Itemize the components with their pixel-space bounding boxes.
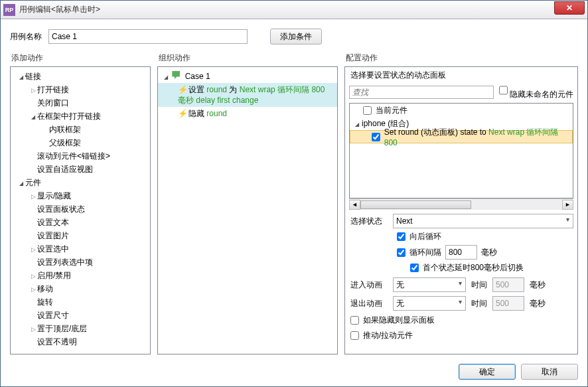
tree-item[interactable]: 显示/隐藏 (11, 189, 150, 202)
tree-item-label: 打开链接 (37, 84, 69, 96)
chevron-down-icon[interactable] (29, 113, 37, 120)
tree-item[interactable]: 启用/禁用 (11, 269, 150, 282)
tree-item[interactable]: 置于顶层/底层 (11, 322, 150, 335)
organize-actions-column: 组织动作 Case 1 ⚡设置 round 为 Next wrap 循环间隔 8… (157, 52, 338, 354)
hide-unnamed-checkbox-label[interactable]: 隐藏未命名的元件 (499, 84, 573, 100)
close-icon: ✕ (566, 3, 573, 13)
tree-item[interactable]: 关闭窗口 (11, 96, 150, 110)
action-row[interactable]: ⚡设置 round 为 Next wrap 循环间隔 800 毫秒 delay … (158, 83, 337, 107)
chevron-right-icon[interactable] (29, 193, 37, 200)
tree-item-label: 显示/隐藏 (37, 191, 71, 202)
tree-item-label: 设置面板状态 (37, 204, 85, 215)
close-button[interactable]: ✕ (554, 1, 585, 15)
tree-item[interactable]: 设置图片 (11, 229, 150, 242)
anim-out-time-input (492, 296, 524, 311)
tree-item[interactable]: 设置不透明 (11, 335, 150, 348)
tree-item[interactable]: 旋转 (11, 295, 150, 309)
dialog-body: 用例名称 添加条件 添加动作 链接打开链接关闭窗口在框架中打开链接内联框架父级框… (1, 19, 587, 358)
loop-interval-input[interactable] (445, 245, 477, 260)
tree-item-label: 链接 (25, 71, 41, 82)
tree-item-label: 父级框架 (49, 137, 81, 149)
add-condition-button[interactable]: 添加条件 (270, 29, 322, 44)
tree-item[interactable]: 滚动到元件<锚链接> (11, 149, 150, 163)
panel-item-row[interactable]: Set round (动态面板) state to Next wrap 循环间隔… (350, 130, 573, 143)
tree-item-label: 置于顶层/底层 (37, 323, 87, 335)
tree-item-label: 设置选中 (37, 244, 69, 255)
current-widget-checkbox[interactable] (363, 106, 372, 115)
wrap-checkbox[interactable] (397, 232, 405, 241)
add-actions-tree[interactable]: 链接打开链接关闭窗口在框架中打开链接内联框架父级框架滚动到元件<锚链接>设置自适… (10, 66, 151, 354)
tree-item-label: 移动 (37, 283, 53, 295)
chevron-down-icon[interactable] (17, 73, 25, 80)
anim-in-label: 进入动画 (350, 279, 388, 291)
action-row[interactable]: ⚡隐藏 round (158, 107, 337, 120)
tree-item[interactable]: 在框架中打开链接 (11, 110, 150, 123)
scroll-thumb[interactable] (360, 200, 471, 209)
action-text: 隐藏 round (188, 109, 227, 118)
tree-item[interactable]: 移动 (11, 282, 150, 295)
chevron-down-icon[interactable] (162, 72, 170, 83)
chevron-down-icon[interactable] (17, 179, 25, 187)
tree-item[interactable]: 打开链接 (11, 83, 150, 96)
tree-item[interactable]: 内联框架 (11, 123, 150, 136)
tree-item[interactable]: 设置尺寸 (11, 309, 150, 322)
anim-in-dropdown[interactable]: 无 (393, 277, 466, 292)
tree-item[interactable]: 链接 (11, 70, 150, 83)
chevron-down-icon[interactable] (352, 120, 362, 127)
bolt-icon: ⚡ (178, 84, 186, 95)
select-state-dropdown[interactable]: Next (393, 214, 573, 228)
select-panel-label: 选择要设置状态的动态面板 (350, 70, 573, 81)
panel-list[interactable]: 当前元件 iphone (组合) Set round (动态面板) state … (349, 103, 573, 198)
tree-item[interactable]: 设置自适应视图 (11, 163, 150, 176)
loop-interval-checkbox[interactable] (397, 248, 405, 257)
case-name-row: 用例名称 添加条件 (10, 29, 578, 44)
horizontal-scrollbar[interactable]: ◄ ► (349, 198, 573, 210)
tree-item-label: 设置尺寸 (37, 310, 69, 321)
tree-item-label: 设置图片 (37, 230, 69, 242)
organize-actions-title: 组织动作 (157, 52, 338, 64)
tree-item-label: 启用/禁用 (37, 270, 71, 281)
chevron-right-icon[interactable] (29, 246, 37, 253)
select-state-label: 选择状态 (350, 216, 388, 227)
tree-item-label: 设置列表选中项 (37, 257, 93, 268)
anim-out-dropdown[interactable]: 无 (393, 296, 466, 311)
configure-action-column: 配置动作 选择要设置状态的动态面板 隐藏未命名的元件 当前元件 (344, 52, 578, 354)
tree-item[interactable]: 设置列表选中项 (11, 256, 150, 269)
chevron-right-icon[interactable] (29, 325, 37, 333)
chevron-right-icon[interactable] (29, 272, 37, 279)
tree-item[interactable]: 设置文本 (11, 216, 150, 229)
tree-item[interactable]: 设置面板状态 (11, 202, 150, 216)
current-widget-row[interactable]: 当前元件 (350, 104, 573, 117)
organize-actions-body[interactable]: Case 1 ⚡设置 round 为 Next wrap 循环间隔 800 毫秒… (157, 66, 338, 354)
tree-item[interactable]: 元件 (11, 176, 150, 189)
titlebar[interactable]: RP 用例编辑<鼠标单击时> ✕ (1, 1, 587, 19)
panel-item-text: Set round (动态面板) state to Next wrap 循环间隔… (384, 127, 572, 147)
anim-in-time-input (492, 277, 524, 292)
action-text: 设置 round 为 Next wrap 循环间隔 800 毫秒 delay f… (178, 85, 325, 105)
chevron-right-icon[interactable] (29, 86, 37, 94)
search-input[interactable] (349, 86, 494, 99)
tree-item[interactable]: 父级框架 (11, 136, 150, 149)
scroll-right-icon[interactable]: ► (562, 200, 573, 210)
cancel-button[interactable]: 取消 (521, 364, 578, 380)
delay-first-checkbox[interactable] (410, 264, 419, 272)
tree-item-label: 关闭窗口 (37, 98, 69, 109)
panel-item-checkbox[interactable] (372, 133, 380, 141)
push-pull-checkbox[interactable] (350, 331, 359, 340)
case-name-input[interactable] (48, 29, 248, 44)
ok-button[interactable]: 确定 (459, 364, 516, 380)
anim-out-label: 退出动画 (350, 298, 388, 309)
bolt-icon: ⚡ (178, 108, 186, 119)
configure-action-title: 配置动作 (344, 52, 578, 64)
case-name-label: 用例名称 (10, 31, 42, 42)
add-actions-column: 添加动作 链接打开链接关闭窗口在框架中打开链接内联框架父级框架滚动到元件<锚链接… (10, 52, 151, 354)
tree-item[interactable]: 设置选中 (11, 242, 150, 256)
show-if-hidden-checkbox[interactable] (350, 316, 359, 325)
dialog-window: RP 用例编辑<鼠标单击时> ✕ 用例名称 添加条件 添加动作 链接打开链接关闭… (0, 0, 588, 387)
case-label: Case 1 (185, 72, 210, 81)
scroll-left-icon[interactable]: ◄ (349, 200, 360, 210)
dialog-footer: 确定 取消 (1, 358, 587, 386)
case-icon (172, 71, 180, 79)
chevron-right-icon[interactable] (29, 285, 37, 293)
hide-unnamed-checkbox[interactable] (499, 84, 508, 97)
